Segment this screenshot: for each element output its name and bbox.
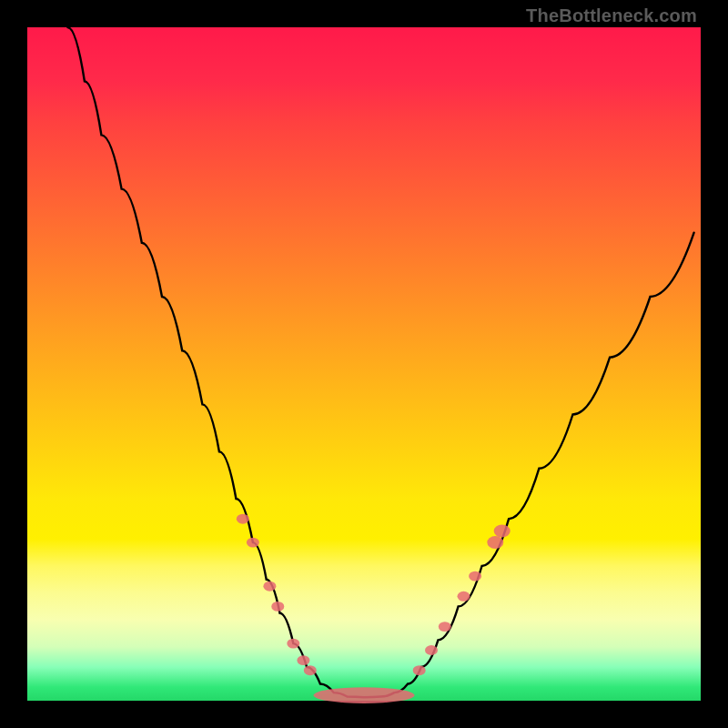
bottom-marker	[314, 687, 415, 703]
chart-frame: TheBottleneck.com	[0, 0, 728, 728]
bottleneck-curve	[67, 27, 693, 697]
left-dot-6	[304, 665, 317, 675]
right-dot-3	[458, 592, 470, 602]
right-dot-0	[413, 665, 426, 675]
left-dot-0	[237, 514, 249, 524]
left-dot-3	[271, 602, 284, 612]
left-dot-2	[263, 581, 276, 592]
left-dot-1	[247, 538, 259, 548]
watermark-text: TheBottleneck.com	[526, 5, 697, 26]
left-dot-4	[287, 639, 299, 649]
right-dot-1	[425, 645, 438, 655]
right-dot-2	[439, 622, 451, 632]
right-dot-5	[487, 536, 503, 549]
plot-area	[27, 27, 701, 701]
left-dot-5	[297, 655, 309, 665]
chart-svg	[27, 27, 701, 701]
right-dot-6	[494, 525, 511, 538]
right-dot-4	[469, 571, 481, 581]
